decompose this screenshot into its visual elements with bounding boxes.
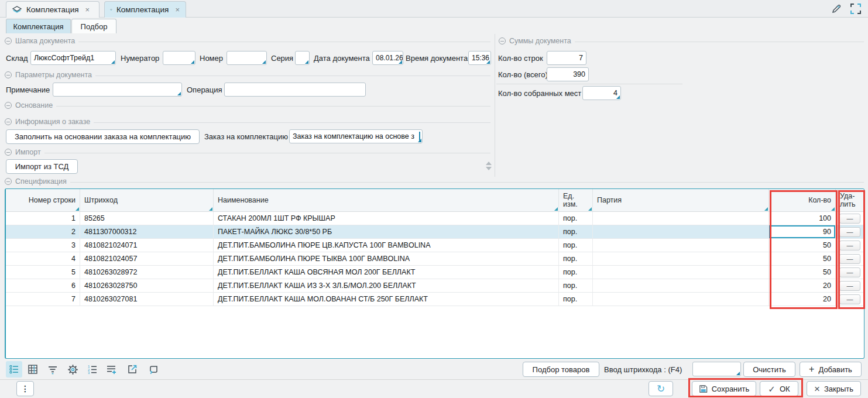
table-row[interactable]: 1 85265 СТАКАН 200МЛ 1ШТ РФ КРЫШАР пор. … — [6, 212, 864, 225]
refresh-button[interactable]: ↻ — [649, 381, 673, 396]
plus-icon: + — [809, 365, 814, 374]
edit-pencil-icon[interactable] — [831, 3, 842, 15]
table-row[interactable]: 7 4810263027081 ДЕТ.ПИТ.БЕЛЛАКТ КАША МОЛ… — [6, 293, 864, 306]
nomer-field[interactable] — [227, 51, 267, 65]
table-row[interactable]: 3 4810821024071 ДЕТ.ПИТ.БАМБОЛИНА ПЮРЕ Ц… — [6, 239, 864, 252]
collapse-icon[interactable] — [5, 102, 12, 109]
delete-row-button[interactable]: — — [839, 241, 860, 251]
total-count-field[interactable]: 390 — [547, 67, 589, 81]
menu-kebab-button[interactable]: ⋮ — [16, 381, 34, 396]
table-row[interactable]: 4 4810821024057 ДЕТ.ПИТ.БАМБОЛИНА ПЮРЕ Т… — [6, 252, 864, 266]
cell-qty[interactable]: 50 — [769, 266, 836, 279]
numerator-field[interactable] — [163, 51, 195, 65]
delete-row-button[interactable]: — — [839, 214, 860, 224]
delete-row-button[interactable]: — — [839, 267, 860, 277]
document-tab-1[interactable]: Комплектация × — [6, 1, 100, 18]
delete-row-button[interactable]: — — [839, 281, 860, 291]
order-field-text: Заказ на комплектацию на основе з — [293, 132, 414, 140]
col-header-delete[interactable]: Уда-лить — [836, 189, 864, 211]
date-field[interactable]: 08.01.26 — [372, 51, 403, 65]
cell-qty[interactable]: 90 — [769, 225, 836, 238]
list-view-button[interactable] — [6, 361, 22, 378]
col-header-name[interactable]: Наименование — [214, 189, 559, 211]
collapse-icon[interactable] — [5, 178, 12, 185]
tab-close-icon[interactable]: × — [175, 5, 180, 14]
save-button[interactable]: Сохранить — [692, 381, 756, 396]
delete-row-button[interactable]: — — [839, 227, 860, 237]
operation-label: Операция — [187, 85, 222, 94]
table-row[interactable]: 6 4810263028750 ДЕТ.ПИТ.БЕЛЛАКТ КАША ИЗ … — [6, 279, 864, 293]
operation-select[interactable] — [224, 83, 366, 97]
cell-qty[interactable]: 20 — [769, 279, 836, 292]
col-header-num[interactable]: Номер строки — [6, 189, 80, 211]
col-header-barcode[interactable]: Штрихкод — [80, 189, 214, 211]
import-tsd-button[interactable]: Импорт из ТСД — [6, 159, 78, 174]
spec-table-body: 1 85265 СТАКАН 200МЛ 1ШТ РФ КРЫШАР пор. … — [6, 212, 864, 306]
group-title: Информация о заказе — [15, 118, 90, 126]
collapse-icon[interactable] — [5, 149, 12, 156]
places-count-field[interactable]: 4 — [582, 86, 621, 100]
numbered-list-button[interactable]: 1 2 3 — [84, 361, 101, 378]
cell-line-number: 1 — [6, 212, 80, 225]
collapse-icon[interactable] — [5, 118, 12, 125]
clear-button[interactable]: Очистить — [743, 362, 795, 377]
numbered-list-icon: 1 2 3 — [87, 363, 98, 375]
barcode-entry-field[interactable] — [692, 362, 741, 376]
note-label: Примечание — [6, 85, 50, 94]
cell-party — [593, 252, 769, 265]
cell-unit: пор. — [559, 212, 593, 225]
splitter-handle[interactable] — [485, 162, 492, 170]
col-header-unit[interactable]: Ед.изм. — [559, 189, 593, 211]
tab-close-icon[interactable]: × — [85, 5, 90, 14]
cell-qty[interactable]: 50 — [769, 252, 836, 265]
time-field[interactable]: 15:36 — [468, 51, 491, 65]
grid-view-button[interactable] — [25, 361, 41, 378]
ok-button[interactable]: ✓ ОК — [760, 381, 798, 396]
cell-qty[interactable]: 50 — [769, 239, 836, 252]
time-label: Время документа — [406, 54, 468, 63]
collapse-icon[interactable] — [5, 37, 12, 44]
group-title: Спецификация — [15, 177, 67, 186]
document-tab-label: Комплектация — [26, 5, 79, 14]
lines-count-field[interactable]: 7 — [547, 51, 586, 65]
filter-button[interactable] — [44, 361, 61, 378]
table-row[interactable]: 5 4810263028972 ДЕТ.ПИТ.БЕЛЛАКТ КАША ОВС… — [6, 266, 864, 279]
cell-qty[interactable]: 20 — [769, 293, 836, 306]
tab-podbor[interactable]: Подбор — [71, 19, 116, 33]
cell-delete: — — [836, 279, 864, 292]
group-title: Основание — [15, 101, 53, 109]
add-button[interactable]: + Добавить — [800, 362, 862, 377]
delete-row-button[interactable]: — — [839, 294, 860, 304]
tab-komplektacia[interactable]: Комплектация — [6, 19, 71, 33]
note-field[interactable] — [53, 83, 182, 97]
open-external-button[interactable] — [124, 361, 140, 378]
fullscreen-icon[interactable] — [850, 4, 861, 14]
table-row[interactable]: 2 4811307000312 ПАКЕТ-МАЙКА ЛЮКС 30/8*50… — [6, 225, 864, 239]
sklad-field[interactable]: ЛюксСофтТрейд1 — [30, 51, 116, 65]
document-tab-label: Комплектация — [116, 5, 169, 14]
panel-divider — [495, 34, 495, 177]
seriya-label: Серия — [271, 54, 293, 63]
add-list-button[interactable] — [103, 361, 119, 378]
close-button[interactable]: × Закрыть — [807, 381, 861, 396]
cell-qty[interactable]: 100 — [769, 212, 836, 225]
sklad-label: Склад — [6, 54, 28, 63]
total-count-label: Кол-во (всего) — [498, 70, 548, 79]
reload-loop-button[interactable] — [145, 361, 162, 378]
cell-name: ДЕТ.ПИТ.БАМБОЛИНА ПЮРЕ ТЫКВА 100Г BAMBOL… — [214, 252, 559, 265]
collapse-icon[interactable] — [499, 37, 506, 44]
col-header-party[interactable]: Партия — [593, 189, 769, 211]
document-tab-2[interactable]: Комплектация × — [104, 1, 186, 18]
settings-button[interactable] — [64, 361, 81, 378]
sums-divider — [496, 84, 682, 84]
collapse-icon[interactable] — [5, 71, 12, 78]
list-plus-icon — [105, 363, 117, 375]
cell-barcode: 4811307000312 — [80, 225, 214, 238]
podbor-tovarov-button[interactable]: Подбор товаров — [523, 362, 599, 377]
save-button-label: Сохранить — [712, 385, 750, 393]
delete-row-button[interactable]: — — [839, 254, 860, 264]
fill-from-order-button[interactable]: Заполнить на основании заказа на комплек… — [6, 129, 200, 144]
seriya-field[interactable] — [295, 51, 310, 65]
col-header-qty[interactable]: Кол-во — [769, 189, 836, 211]
order-field[interactable]: Заказ на комплектацию на основе з — [289, 129, 423, 143]
